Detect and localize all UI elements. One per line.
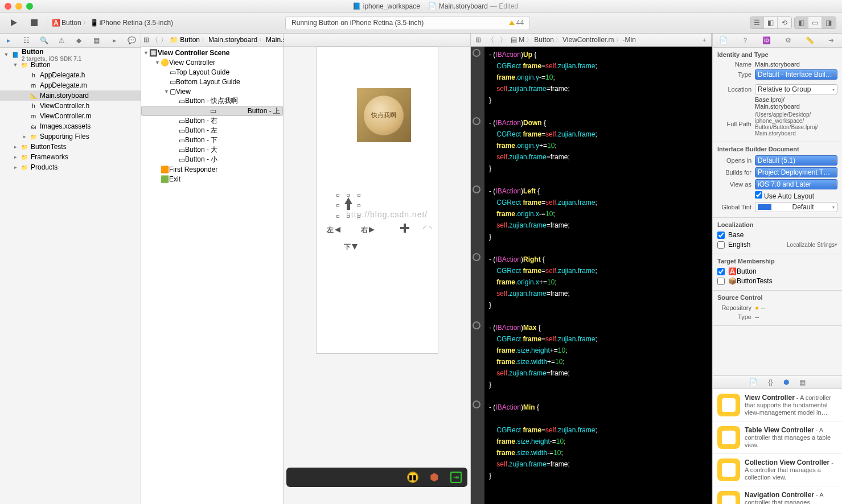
project-root[interactable]: ▼ 📘 Button2 targets, iOS SDK 7.1 <box>0 49 141 60</box>
outline-item[interactable]: ▭Button - 右 <box>141 116 283 126</box>
selection-handles[interactable] <box>336 194 360 218</box>
outline-item[interactable]: ▭Button - 大 <box>141 145 283 155</box>
version-editor-icon[interactable]: ⟲ <box>778 17 791 28</box>
outline-item[interactable]: ▭Button - 上 <box>141 106 283 116</box>
back-icon[interactable]: 〈 <box>151 35 158 45</box>
location-select[interactable]: Relative to Group▾ <box>755 84 837 94</box>
attributes-inspector-icon[interactable]: ⚙ <box>783 35 793 46</box>
outline-item[interactable]: 🟩Exit <box>141 174 283 184</box>
outline-item[interactable]: ▭Button - 左 <box>141 126 283 135</box>
panel-toggle-segment[interactable]: ◧ ▭ ◨ <box>794 16 836 29</box>
identity-inspector-icon[interactable]: 🆔 <box>762 35 772 46</box>
outline-item[interactable]: ▭Bottom Layout Guide <box>141 77 283 86</box>
nav-item[interactable]: ▸📁Frameworks <box>0 152 141 162</box>
loc-english-checkbox[interactable] <box>717 241 725 249</box>
library-item[interactable]: View Controller - A controller that supp… <box>713 389 842 422</box>
forward-icon[interactable]: 〉 <box>161 35 167 45</box>
debug-bar[interactable]: ▮▮ ⬢ ⇥ <box>286 468 467 487</box>
code-jumpbar[interactable]: ⊞〈〉 ▤ M〉 Button〉ViewController.m〉-Min ＋ <box>471 34 712 47</box>
nav-item[interactable]: ▸📁Supporting Files <box>0 131 141 142</box>
outline-item[interactable]: ▼▢View <box>141 86 283 96</box>
nav-item[interactable]: hViewController.h <box>0 101 141 111</box>
opensin-select[interactable]: Default (5.1)▾ <box>755 155 837 166</box>
crumb[interactable]: 📁 Button <box>170 36 200 44</box>
file-template-icon[interactable]: 📄 <box>749 378 758 386</box>
grid-icon[interactable]: ⊞ <box>143 35 149 45</box>
outline-item[interactable]: ▭Button - 下 <box>141 135 283 145</box>
close-window-icon[interactable] <box>5 3 11 10</box>
breakpoint-icon[interactable] <box>473 49 480 57</box>
storyboard-view[interactable]: 快点我啊 左 右 下 ⟋⟍ <box>316 47 438 354</box>
image-button[interactable]: 快点我啊 <box>357 88 411 142</box>
nav-item[interactable]: mViewController.m <box>0 111 141 121</box>
toggle-debug-icon[interactable]: ▭ <box>808 17 822 28</box>
file-inspector-icon[interactable]: 📄 <box>718 35 729 46</box>
cross-button[interactable] <box>396 220 413 237</box>
project-navigator-icon[interactable]: ▸ <box>3 35 14 46</box>
nav-item[interactable]: hAppDelegate.h <box>0 70 141 80</box>
minimize-window-icon[interactable] <box>15 3 22 10</box>
debug-cube-icon[interactable]: ⬢ <box>429 472 440 483</box>
nav-item[interactable]: 🗂Images.xcassets <box>0 121 141 131</box>
debug-pause-button[interactable]: ▮▮ <box>407 472 418 483</box>
debug-exit-button[interactable]: ⇥ <box>450 472 462 483</box>
library-item[interactable]: Table View Controller - A controller tha… <box>713 422 842 454</box>
autolayout-checkbox[interactable] <box>755 191 762 199</box>
library-tabs[interactable]: 📄 {} ⬢ ▦ <box>713 375 842 389</box>
assistant-editor-icon[interactable]: ◧ <box>764 17 778 28</box>
run-button[interactable] <box>6 16 22 29</box>
source-code[interactable]: - (IBAction)Up { CGRect frame=self.zujia… <box>483 47 712 493</box>
test-navigator-icon[interactable]: ◆ <box>74 35 84 46</box>
outline-tree[interactable]: ▼ 🔲 View Controller Scene ▼🟡View Control… <box>141 47 283 504</box>
crumb[interactable]: ViewController.m <box>562 36 614 44</box>
nav-item[interactable]: ▸📁ButtonTests <box>0 142 141 152</box>
nav-item[interactable]: ▸📁Products <box>0 162 141 172</box>
down-button[interactable]: 下 <box>344 239 359 254</box>
object-library-icon[interactable]: ⬢ <box>783 378 789 386</box>
project-tree[interactable]: ▼ 📘 Button2 targets, iOS SDK 7.1 ▼📁Butto… <box>0 48 141 504</box>
nav-item[interactable]: mAppDelegate.m <box>0 80 141 90</box>
navigator-tabs[interactable]: ▸ ☷ 🔍 ⚠ ◆ ▦ ▸ 💬 <box>0 34 141 48</box>
stop-button[interactable] <box>26 16 42 29</box>
breakpoint-navigator-icon[interactable]: ▸ <box>109 35 120 46</box>
crumb[interactable]: -Min <box>623 36 636 44</box>
zoom-window-icon[interactable] <box>26 3 33 10</box>
standard-editor-icon[interactable]: ☰ <box>750 17 764 28</box>
tm-tests-checkbox[interactable] <box>717 278 725 285</box>
outline-item[interactable]: ▭Button - 小 <box>141 155 283 164</box>
assistant-editor[interactable]: ⊞〈〉 ▤ M〉 Button〉ViewController.m〉-Min ＋ … <box>471 34 712 504</box>
library-item[interactable]: Collection View Controller - A controlle… <box>713 454 842 486</box>
media-library-icon[interactable]: ▦ <box>799 378 806 386</box>
log-navigator-icon[interactable]: 💬 <box>127 35 137 46</box>
scene-header[interactable]: ▼ 🔲 View Controller Scene <box>141 48 283 57</box>
type-select[interactable]: Default - Interface Buil…▾ <box>755 69 837 80</box>
outline-jumpbar[interactable]: ⊞ 〈 〉 📁 Button〉Main.storyboard〉Main.stor… <box>141 34 283 47</box>
name-field[interactable]: Main.storyboard <box>755 61 837 68</box>
loc-base-checkbox[interactable] <box>717 232 725 239</box>
traffic-lights[interactable] <box>5 3 33 10</box>
search-navigator-icon[interactable]: 🔍 <box>39 35 49 46</box>
buildsfor-select[interactable]: Project Deployment T…▾ <box>755 167 837 177</box>
outline-item[interactable]: ▭Top Layout Guide <box>141 67 283 77</box>
right-button[interactable]: 右 <box>361 222 376 237</box>
inspector-tabs[interactable]: 📄 ？ 🆔 ⚙ 📏 ➜ <box>713 34 842 48</box>
crumb[interactable]: Main.storyboard <box>208 36 257 44</box>
toggle-navigator-icon[interactable]: ◧ <box>795 17 808 28</box>
nav-item[interactable]: 📐Main.storyboard <box>0 90 141 101</box>
add-assistant-icon[interactable]: ＋ <box>699 35 709 45</box>
tm-button-checkbox[interactable] <box>717 268 725 275</box>
debug-navigator-icon[interactable]: ▦ <box>92 35 102 46</box>
outline-item[interactable]: ▭Button - 快点我啊 <box>141 96 283 106</box>
scheme-selector[interactable]: 🅰️ Button〉 📱 iPhone Retina (3.5-inch) <box>52 19 173 27</box>
quick-help-icon[interactable]: ？ <box>740 35 750 46</box>
object-library-list[interactable]: View Controller - A controller that supp… <box>713 389 842 504</box>
left-button[interactable]: 左 <box>327 222 342 237</box>
library-item[interactable]: Navigation Controller - A controller tha… <box>713 486 842 504</box>
symbol-navigator-icon[interactable]: ☷ <box>21 35 31 46</box>
interface-builder-canvas[interactable]: 快点我啊 左 右 下 ⟋⟍ http://blog.csdn.net/ <box>284 34 471 504</box>
issue-navigator-icon[interactable]: ⚠ <box>56 35 67 46</box>
toggle-utilities-icon[interactable]: ◨ <box>822 17 836 28</box>
editor-mode-segment[interactable]: ☰ ◧ ⟲ <box>750 16 792 29</box>
connections-inspector-icon[interactable]: ➜ <box>826 35 836 46</box>
outline-item[interactable]: 🟧First Responder <box>141 164 283 174</box>
